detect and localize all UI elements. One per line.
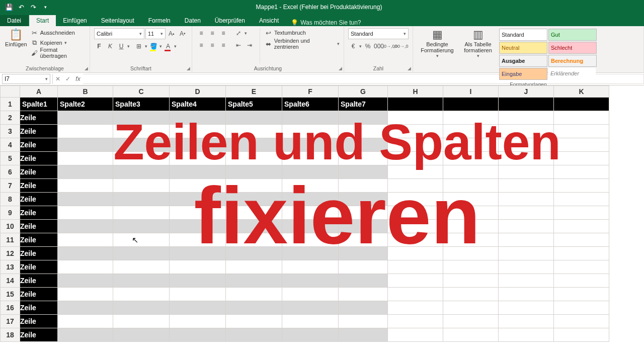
row-header-12[interactable]: 12 [1,247,20,260]
cell-A8[interactable]: Zeile [20,193,58,206]
cell-K18[interactable] [554,328,609,342]
cell-E11[interactable] [226,233,282,247]
alignment-dialog-launcher-icon[interactable]: ◢ [339,66,342,71]
borders-icon[interactable]: ⊞ [134,41,144,51]
cell-J17[interactable] [499,315,554,328]
cell-I5[interactable] [443,152,499,165]
cell-F10[interactable] [282,220,339,233]
row-header-7[interactable]: 7 [1,179,20,193]
cell-A18[interactable]: Zeile [20,328,58,342]
row-header-3[interactable]: 3 [1,125,20,138]
row-header-14[interactable]: 14 [1,274,20,288]
cell-H3[interactable] [388,125,443,138]
cell-A4[interactable]: Zeile [20,138,58,152]
cell-C16[interactable] [113,301,170,315]
cell-K4[interactable] [554,138,609,152]
row-header-13[interactable]: 13 [1,260,20,274]
cell-J9[interactable] [499,206,554,220]
cell-C13[interactable] [113,260,170,274]
underline-button[interactable]: U [116,41,126,51]
cell-G16[interactable] [339,301,388,315]
cell-E9[interactable] [226,206,282,220]
cell-H17[interactable] [388,315,443,328]
cell-F17[interactable] [282,315,339,328]
cell-E17[interactable] [226,315,282,328]
cell-G3[interactable] [339,125,388,138]
cell-J11[interactable] [499,233,554,247]
cell-J8[interactable] [499,193,554,206]
cell-K6[interactable] [554,165,609,179]
decrease-decimal-icon[interactable]: ,00→,0 [396,41,406,51]
cell-A17[interactable]: Zeile [20,315,58,328]
cell-J13[interactable] [499,260,554,274]
cell-I17[interactable] [443,315,499,328]
row-header-15[interactable]: 15 [1,288,20,301]
cell-I1[interactable] [443,98,499,111]
undo-icon[interactable]: ↶ [17,3,25,11]
cell-F11[interactable] [282,233,339,247]
cell-K3[interactable] [554,125,609,138]
tab-formeln[interactable]: Formeln [141,15,178,26]
cell-I10[interactable] [443,220,499,233]
cell-J4[interactable] [499,138,554,152]
cell-F13[interactable] [282,260,339,274]
cell-B16[interactable] [58,301,113,315]
style-erklaerender[interactable]: Erklärender [548,68,596,79]
cell-C8[interactable] [113,193,170,206]
row-header-18[interactable]: 18 [1,328,20,342]
cell-K11[interactable] [554,233,609,247]
cell-I16[interactable] [443,301,499,315]
cell-J7[interactable] [499,179,554,193]
cell-C6[interactable] [113,165,170,179]
cell-D8[interactable] [170,193,226,206]
tab-einfuegen[interactable]: Einfügen [56,15,94,26]
cell-K1[interactable] [554,98,609,111]
cell-C3[interactable] [113,125,170,138]
cell-I15[interactable] [443,288,499,301]
row-header-5[interactable]: 5 [1,152,20,165]
cell-A13[interactable]: Zeile [20,260,58,274]
cell-G11[interactable] [339,233,388,247]
select-all-corner[interactable] [1,86,20,98]
enter-formula-icon[interactable]: ✓ [63,75,73,82]
cell-I6[interactable] [443,165,499,179]
col-header-C[interactable]: C [113,86,170,98]
cell-G7[interactable] [339,179,388,193]
col-header-J[interactable]: J [499,86,554,98]
currency-icon[interactable]: € [348,41,358,51]
clipboard-dialog-launcher-icon[interactable]: ◢ [85,66,88,71]
cell-E15[interactable] [226,288,282,301]
cell-H4[interactable] [388,138,443,152]
cell-G13[interactable] [339,260,388,274]
number-dialog-launcher-icon[interactable]: ◢ [408,66,411,71]
tab-ansicht[interactable]: Ansicht [252,15,286,26]
cell-G14[interactable] [339,274,388,288]
cell-F12[interactable] [282,247,339,260]
cell-D6[interactable] [170,165,226,179]
cell-J10[interactable] [499,220,554,233]
paste-button[interactable]: 📋 Einfügen [4,28,28,47]
row-header-11[interactable]: 11 [1,233,20,247]
cell-I18[interactable] [443,328,499,342]
cell-J16[interactable] [499,301,554,315]
cell-B3[interactable] [58,125,113,138]
col-header-D[interactable]: D [170,86,226,98]
row-header-1[interactable]: 1 [1,98,20,111]
cell-E5[interactable] [226,152,282,165]
cell-E12[interactable] [226,247,282,260]
cell-J2[interactable] [499,111,554,125]
cell-B7[interactable] [58,179,113,193]
cell-A11[interactable]: Zeile [20,233,58,247]
cell-D12[interactable] [170,247,226,260]
cell-I9[interactable] [443,206,499,220]
cell-K8[interactable] [554,193,609,206]
cell-K17[interactable] [554,315,609,328]
cell-C17[interactable] [113,315,170,328]
tab-daten[interactable]: Daten [178,15,208,26]
cell-H10[interactable] [388,220,443,233]
tab-seitenlayout[interactable]: Seitenlayout [94,15,141,26]
style-schlecht[interactable]: Schlecht [548,42,597,54]
cell-D4[interactable] [170,138,226,152]
cell-D7[interactable] [170,179,226,193]
conditional-formatting-button[interactable]: ▦ Bedingte Formatierung▾ [417,28,457,58]
